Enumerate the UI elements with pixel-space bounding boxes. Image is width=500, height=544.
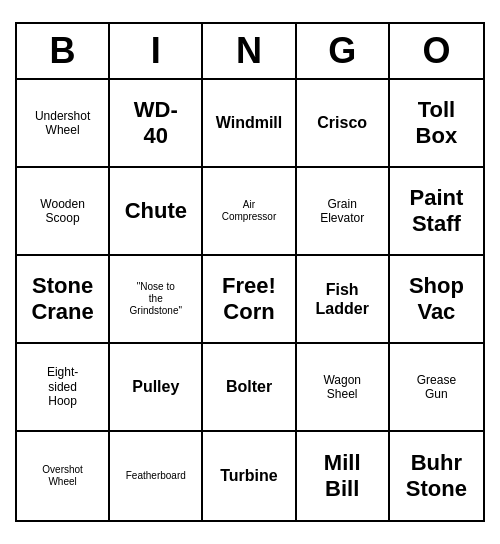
bingo-cell-19: GreaseGun: [390, 344, 483, 432]
bingo-cell-21: Featherboard: [110, 432, 203, 520]
bingo-cell-20: OvershotWheel: [17, 432, 110, 520]
header-letter-O: O: [390, 24, 483, 78]
bingo-cell-9: PaintStaff: [390, 168, 483, 256]
bingo-cell-13: FishLadder: [297, 256, 390, 344]
bingo-cell-2: Windmill: [203, 80, 296, 168]
header-letter-B: B: [17, 24, 110, 78]
bingo-cell-7: AirCompressor: [203, 168, 296, 256]
bingo-cell-1: WD-40: [110, 80, 203, 168]
header-letter-I: I: [110, 24, 203, 78]
header-letter-G: G: [297, 24, 390, 78]
bingo-cell-6: Chute: [110, 168, 203, 256]
bingo-cell-12: Free!Corn: [203, 256, 296, 344]
bingo-cell-3: Crisco: [297, 80, 390, 168]
bingo-cell-11: "Nose totheGrindstone": [110, 256, 203, 344]
bingo-header: BINGO: [17, 24, 483, 80]
bingo-cell-4: TollBox: [390, 80, 483, 168]
bingo-cell-16: Pulley: [110, 344, 203, 432]
bingo-cell-14: ShopVac: [390, 256, 483, 344]
bingo-card: BINGO UndershotWheelWD-40WindmillCriscoT…: [15, 22, 485, 522]
bingo-cell-18: WagonSheel: [297, 344, 390, 432]
bingo-cell-0: UndershotWheel: [17, 80, 110, 168]
bingo-cell-15: Eight-sidedHoop: [17, 344, 110, 432]
bingo-cell-8: GrainElevator: [297, 168, 390, 256]
bingo-cell-23: MillBill: [297, 432, 390, 520]
bingo-cell-10: StoneCrane: [17, 256, 110, 344]
bingo-cell-22: Turbine: [203, 432, 296, 520]
bingo-grid: UndershotWheelWD-40WindmillCriscoTollBox…: [17, 80, 483, 520]
bingo-cell-24: BuhrStone: [390, 432, 483, 520]
bingo-cell-17: Bolter: [203, 344, 296, 432]
header-letter-N: N: [203, 24, 296, 78]
bingo-cell-5: WoodenScoop: [17, 168, 110, 256]
